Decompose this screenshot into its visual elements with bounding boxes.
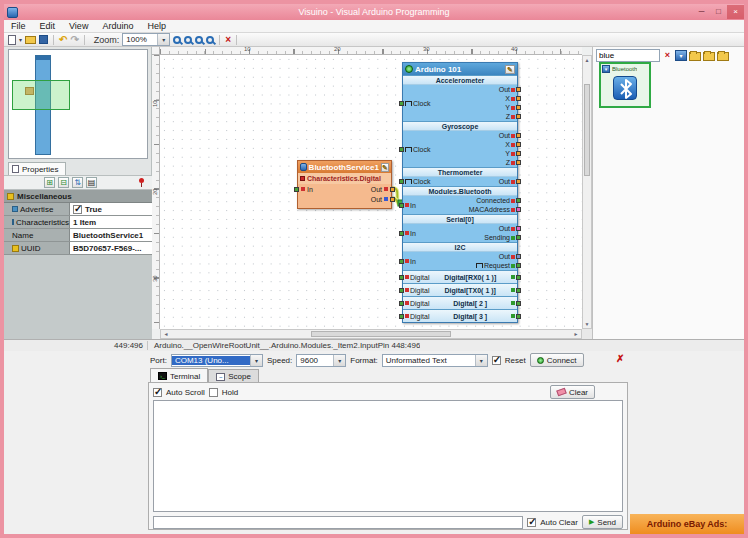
scrollbar-thumb[interactable] <box>311 331 451 337</box>
zoom-select[interactable]: 100% ▾ <box>122 33 170 46</box>
edit-pencil-icon[interactable]: ✎ <box>381 163 389 172</box>
open-file-icon[interactable] <box>25 36 36 44</box>
search-clear-icon[interactable]: × <box>662 50 673 61</box>
category-tabs-icon[interactable] <box>717 52 729 61</box>
out-pin-icon[interactable] <box>516 133 521 138</box>
analog-pin-icon[interactable] <box>516 142 521 147</box>
i2c-in-pin-row[interactable]: In <box>403 257 443 266</box>
x-pin-row[interactable]: X <box>443 140 517 149</box>
format-select[interactable]: Unformatted Text ▾ <box>382 354 488 367</box>
zoom-actual-icon[interactable] <box>206 36 214 44</box>
analog-pin-icon[interactable] <box>516 105 521 110</box>
bluetooth-characteristic-row[interactable]: Characteristics.Digital <box>298 173 391 184</box>
serial-in-pin-row[interactable]: In <box>403 229 443 238</box>
scroll-down-icon[interactable]: ▼ <box>583 321 591 327</box>
out-pin-icon[interactable] <box>516 87 521 92</box>
out-pin-icon[interactable] <box>390 197 395 202</box>
overview-minimap[interactable] <box>8 49 148 159</box>
palette-item-bluetooth[interactable]: ▾ Bluetooth <box>599 62 651 108</box>
disconnect-icon[interactable]: ✗ <box>616 353 624 364</box>
checkbox-checked-icon[interactable] <box>73 205 82 214</box>
zoom-in-icon[interactable] <box>184 36 192 44</box>
arduino-101-block[interactable]: Arduino 101 ✎ Accelerometer Clock <box>402 62 518 323</box>
out-pin-icon[interactable] <box>516 179 521 184</box>
out-pin-row[interactable]: Out <box>443 85 517 94</box>
reset-checkbox[interactable] <box>492 356 501 365</box>
chevron-down-icon[interactable]: ▾ <box>250 355 262 366</box>
save-icon[interactable] <box>39 35 48 44</box>
bluetooth-service-block[interactable]: BluetoothService1 ✎ Characteristics.Digi… <box>297 160 392 209</box>
sending-pin-row[interactable]: Sending <box>443 233 517 242</box>
request-pin-row[interactable]: Request <box>443 261 517 270</box>
arduino-block-header[interactable]: Arduino 101 ✎ <box>403 63 517 75</box>
menu-help[interactable]: Help <box>140 20 173 33</box>
out-pin-row[interactable]: Out <box>443 177 517 186</box>
category-folder-icon[interactable] <box>689 52 701 61</box>
digital-in-pin-icon[interactable] <box>399 314 404 319</box>
close-button[interactable]: × <box>727 5 744 19</box>
delete-icon[interactable]: × <box>225 35 231 45</box>
digital-pin-icon[interactable] <box>516 235 521 240</box>
in-pin-icon[interactable] <box>294 187 299 192</box>
analog-pin-icon[interactable] <box>516 96 521 101</box>
pin-panel-icon[interactable] <box>137 178 146 187</box>
menu-edit[interactable]: Edit <box>33 20 63 33</box>
property-value[interactable]: 1 Item <box>73 218 96 227</box>
scrollbar-thumb[interactable] <box>584 84 590 176</box>
send-input[interactable] <box>153 516 523 529</box>
minimap-viewport-selection[interactable] <box>12 80 70 110</box>
send-button[interactable]: ▶ Send <box>582 515 623 529</box>
digital-out-pin-icon[interactable] <box>516 314 521 319</box>
arduino-digital-channel-3[interactable]: Digital Digital[ 3 ] <box>403 309 517 322</box>
chevron-down-icon[interactable]: ▾ <box>157 34 169 45</box>
digital-out-pin-icon[interactable] <box>516 301 521 306</box>
property-value[interactable]: True <box>85 205 102 214</box>
canvas-horizontal-scrollbar[interactable]: ◄ ► <box>160 329 582 339</box>
tab-scope[interactable]: ~ Scope <box>208 369 259 383</box>
menu-arduino[interactable]: Arduino <box>95 20 140 33</box>
digital-out-pin-icon[interactable] <box>516 288 521 293</box>
undo-icon[interactable]: ↶ <box>59 35 67 45</box>
tab-properties[interactable]: Properties <box>8 162 66 175</box>
collapse-all-icon[interactable]: ⊟ <box>58 177 69 188</box>
text-pin-icon[interactable] <box>516 207 521 212</box>
hold-checkbox[interactable] <box>209 388 218 397</box>
redo-icon[interactable]: ↷ <box>70 35 78 45</box>
design-canvas[interactable]: BluetoothService1 ✎ Characteristics.Digi… <box>160 55 582 329</box>
serial-pin-icon[interactable] <box>516 226 521 231</box>
property-value[interactable]: BluetoothService1 <box>73 231 143 240</box>
auto-clear-checkbox[interactable] <box>527 518 536 527</box>
connect-button[interactable]: Connect <box>530 353 584 367</box>
titlebar[interactable]: Visuino - Visual Arduino Programming ─ □… <box>4 4 744 20</box>
digital-out-pin-icon[interactable] <box>516 275 521 280</box>
zoom-fit-icon[interactable] <box>195 36 203 44</box>
new-file-icon[interactable] <box>8 35 16 45</box>
i2c-out-pin-row[interactable]: Out <box>443 252 517 261</box>
analog-pin-icon[interactable] <box>516 160 521 165</box>
properties-group-row[interactable]: Miscellaneous <box>4 190 152 203</box>
clock-pin-row[interactable]: Clock <box>403 177 443 186</box>
scroll-right-icon[interactable]: ► <box>572 331 580 337</box>
category-view-icon[interactable]: ▤ <box>86 177 97 188</box>
bluetooth-in-pin-icon[interactable] <box>399 203 404 208</box>
y-pin-row[interactable]: Y <box>443 103 517 112</box>
canvas-vertical-scrollbar[interactable]: ▲ ▼ <box>582 55 592 329</box>
bluetooth-in-pin-row[interactable]: In <box>403 201 443 210</box>
z-pin-row[interactable]: Z <box>443 112 517 121</box>
in-pin-icon[interactable] <box>399 231 404 236</box>
out-pin-icon[interactable] <box>390 187 395 192</box>
maximize-button[interactable]: □ <box>710 5 727 19</box>
analog-pin-icon[interactable] <box>516 151 521 156</box>
z-pin-row[interactable]: Z <box>443 158 517 167</box>
property-row-advertise[interactable]: Advertise True <box>4 203 152 216</box>
clock-pin-row[interactable]: Clock <box>403 145 443 154</box>
minimize-button[interactable]: ─ <box>693 5 710 19</box>
serial-out-pin-row[interactable]: Out <box>443 224 517 233</box>
clock-pin-row[interactable]: Clock <box>403 99 443 108</box>
macaddress-pin-row[interactable]: MACAddress <box>443 205 517 214</box>
arduino-digital-channel-2[interactable]: Digital Digital[ 2 ] <box>403 296 517 309</box>
digital-in-pin-icon[interactable] <box>399 275 404 280</box>
scroll-up-icon[interactable]: ▲ <box>583 57 591 63</box>
i2c-pin-icon[interactable] <box>516 254 521 259</box>
y-pin-row[interactable]: Y <box>443 149 517 158</box>
